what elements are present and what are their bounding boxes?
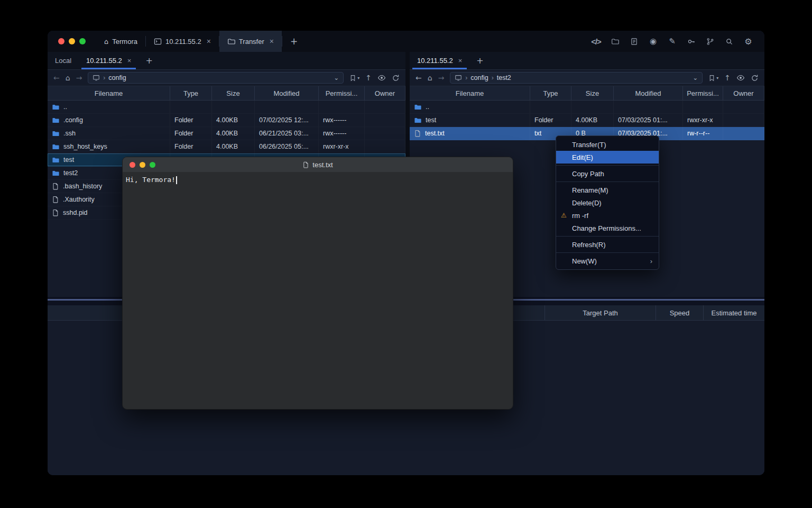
column-header[interactable]: Speed: [656, 305, 703, 320]
close-tab-icon[interactable]: ×: [127, 57, 132, 65]
context-menu: Transfer(T) Edit(E) Copy Path Rename(M) …: [556, 135, 659, 270]
breadcrumb-separator: ›: [465, 74, 467, 81]
up-directory-icon[interactable]: ↑: [724, 74, 731, 81]
breadcrumb-segment[interactable]: config: [108, 74, 126, 81]
editor-title-text: test.txt: [312, 161, 333, 169]
column-header[interactable]: Permissi...: [683, 86, 723, 100]
folders-icon[interactable]: [611, 37, 620, 46]
file-row[interactable]: test Folder 4.00KB 07/03/2025 01:... rwx…: [410, 114, 764, 127]
show-hidden-eye-icon[interactable]: [377, 74, 386, 82]
close-tab-icon[interactable]: ×: [270, 37, 274, 46]
home-icon[interactable]: ⌂: [428, 74, 432, 81]
column-header[interactable]: Owner: [365, 86, 405, 100]
file-row[interactable]: ..: [410, 101, 764, 114]
path-bar[interactable]: › config ⌄: [88, 72, 344, 84]
bookmark-dropdown[interactable]: ▾: [349, 75, 359, 81]
menu-item-change-permissions[interactable]: Change Permissions...: [556, 222, 659, 234]
tab-local[interactable]: Local: [48, 52, 79, 69]
folder-icon: [414, 103, 422, 111]
close-window-button[interactable]: [130, 162, 135, 168]
tab-transfer[interactable]: Transfer ×: [219, 31, 282, 52]
file-row[interactable]: ..: [48, 101, 405, 114]
column-header[interactable]: Estimated time: [703, 305, 764, 320]
menu-item-label: rm -rf: [572, 212, 588, 220]
menu-item-copy-path[interactable]: Copy Path: [556, 167, 659, 180]
tab-remote-host[interactable]: 10.211.55.2 ×: [410, 52, 469, 69]
close-tab-icon[interactable]: ×: [458, 57, 463, 65]
caret-down-icon: ▾: [357, 76, 359, 80]
computer-icon: [93, 74, 100, 81]
file-row[interactable]: ssh_host_keys Folder 4.00KB 06/26/2025 0…: [48, 140, 405, 153]
column-header[interactable]: Permissi...: [319, 86, 365, 100]
column-header[interactable]: Type: [170, 86, 212, 100]
column-header[interactable]: Filename: [48, 86, 170, 100]
menu-item-new[interactable]: New(W) ›: [556, 255, 659, 267]
chevron-down-icon[interactable]: ⌄: [693, 74, 698, 81]
column-header[interactable]: Modified: [255, 86, 319, 100]
forward-icon[interactable]: →: [438, 74, 445, 81]
menu-item-delete[interactable]: Delete(D): [556, 196, 659, 209]
warning-icon: ⚠: [561, 212, 567, 219]
new-panel-tab-button[interactable]: +: [139, 52, 159, 69]
file-row[interactable]: .config Folder 4.00KB 07/02/2025 12:... …: [48, 114, 405, 127]
menu-item-rm-rf[interactable]: ⚠ rm -rf: [556, 209, 659, 222]
back-icon[interactable]: ←: [53, 74, 60, 81]
minimize-window-button[interactable]: [69, 38, 75, 44]
column-header[interactable]: Modified: [614, 86, 683, 100]
tab-label: 10.211.55.2: [86, 57, 122, 65]
up-directory-icon[interactable]: ↑: [365, 74, 372, 81]
settings-gear-icon[interactable]: ⚙: [744, 37, 753, 46]
tab-remote-host[interactable]: 10.211.55.2 ×: [79, 52, 139, 69]
code-icon[interactable]: </>: [592, 37, 601, 46]
column-header[interactable]: Type: [530, 86, 571, 100]
chevron-down-icon[interactable]: ⌄: [334, 74, 339, 81]
file-row[interactable]: .ssh Folder 4.00KB 06/21/2025 03:... rwx…: [48, 127, 405, 140]
left-toolbar: ← ⌂ → › config ⌄ ▾ ↑: [48, 70, 405, 86]
column-header[interactable]: Filename: [410, 86, 530, 100]
folder-icon: [52, 103, 60, 111]
menu-item-transfer[interactable]: Transfer(T): [556, 138, 659, 151]
breadcrumb-segment[interactable]: test2: [497, 74, 511, 81]
home-icon[interactable]: ⌂: [66, 74, 70, 81]
menu-item-refresh[interactable]: Refresh(R): [556, 238, 659, 251]
back-icon[interactable]: ←: [416, 74, 422, 81]
main-tab-bar: ⌂ Termora 10.211.55.2 × Transfer × +: [96, 31, 306, 52]
column-header[interactable]: Size: [571, 86, 614, 100]
zoom-window-button[interactable]: [150, 162, 155, 168]
path-bar[interactable]: › config › test2 ⌄: [450, 72, 703, 84]
menu-item-rename[interactable]: Rename(M): [556, 184, 659, 196]
close-tab-icon[interactable]: ×: [207, 37, 211, 46]
menu-separator: [556, 165, 659, 166]
minimize-window-button[interactable]: [140, 162, 145, 168]
folder-icon: [52, 116, 60, 124]
breadcrumb-segment[interactable]: config: [470, 74, 488, 81]
column-header[interactable]: Owner: [723, 86, 764, 100]
column-header[interactable]: Target Path: [545, 305, 656, 320]
file-icon: [414, 130, 421, 137]
column-header[interactable]: Size: [212, 86, 255, 100]
new-panel-tab-button[interactable]: +: [469, 52, 490, 69]
tab-terminal-host[interactable]: 10.211.55.2 ×: [146, 31, 219, 52]
bookmark-icon: [349, 75, 356, 81]
menu-item-edit[interactable]: Edit(E): [556, 151, 659, 164]
key-icon[interactable]: [687, 37, 696, 46]
bookmark-dropdown[interactable]: ▾: [708, 75, 718, 81]
refresh-icon[interactable]: [751, 74, 759, 82]
show-hidden-eye-icon[interactable]: [736, 74, 745, 82]
new-tab-button[interactable]: +: [282, 31, 306, 52]
home-icon: ⌂: [104, 38, 108, 46]
forward-icon[interactable]: →: [76, 74, 82, 81]
close-window-button[interactable]: [58, 38, 64, 44]
editor-content[interactable]: Hi, Termora!: [123, 172, 513, 409]
branch-icon[interactable]: [706, 37, 715, 46]
search-icon[interactable]: [725, 37, 734, 46]
tab-label: Local: [55, 57, 71, 65]
refresh-icon[interactable]: [392, 74, 400, 82]
log-icon[interactable]: [630, 37, 639, 46]
zoom-window-button[interactable]: [79, 38, 86, 44]
tab-termora[interactable]: ⌂ Termora: [96, 31, 145, 52]
pencil-icon[interactable]: ✎: [668, 37, 677, 46]
record-icon[interactable]: ◉: [649, 37, 658, 46]
editor-titlebar[interactable]: test.txt: [123, 157, 513, 172]
file-icon: [52, 183, 59, 190]
